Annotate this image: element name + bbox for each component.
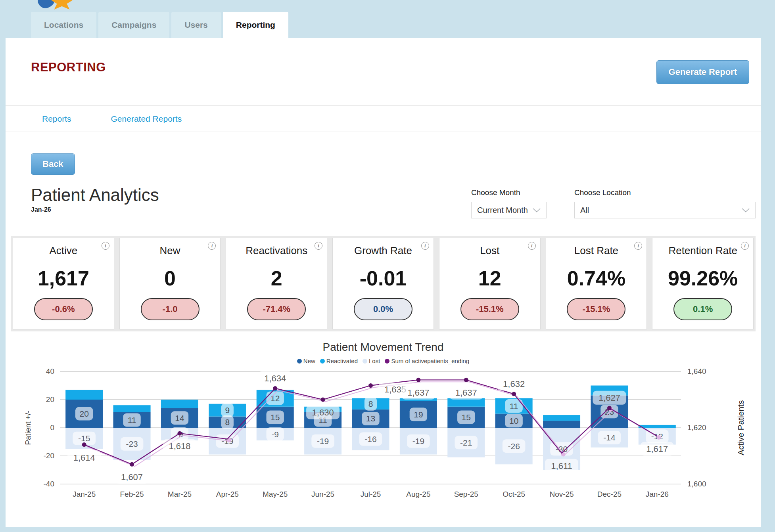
kpi-value: 0 — [120, 266, 221, 290]
tab-campaigns[interactable]: Campaigns — [98, 12, 169, 38]
legend-dot-icon — [297, 359, 302, 364]
app-logo — [38, 0, 74, 10]
kpi-value: 0.74% — [546, 266, 647, 290]
kpi-title: Lost Rate — [546, 245, 647, 257]
kpi-title: Reactivations — [226, 245, 327, 257]
info-icon[interactable]: i — [528, 242, 536, 250]
legend-label: Sum of activepatients_ending — [391, 358, 469, 364]
info-icon[interactable]: i — [421, 242, 429, 250]
svg-text:12: 12 — [270, 394, 280, 403]
main-panel: REPORTING Generate Report ReportsGenerat… — [6, 38, 761, 527]
kpi-delta-badge: -71.4% — [247, 298, 306, 320]
chart-title: Patient Movement Trend — [6, 341, 761, 354]
svg-text:Feb-25: Feb-25 — [120, 490, 144, 498]
svg-text:11: 11 — [128, 415, 136, 425]
page-title: REPORTING — [31, 60, 106, 75]
svg-text:1,640: 1,640 — [687, 367, 706, 375]
report-title: Patient Analytics — [31, 185, 159, 205]
kpi-card-active: Activei1,617-0.6% — [13, 238, 114, 329]
svg-text:Dec-25: Dec-25 — [597, 490, 622, 498]
svg-text:1,632: 1,632 — [503, 379, 525, 389]
svg-text:15: 15 — [270, 413, 280, 422]
info-icon[interactable]: i — [102, 242, 109, 250]
location-select-value: All — [580, 206, 589, 215]
kpi-delta-badge: 0.1% — [673, 298, 732, 320]
generate-report-button[interactable]: Generate Report — [656, 60, 749, 84]
legend-dot-icon — [385, 359, 389, 364]
kpi-delta-badge: -15.1% — [567, 298, 625, 320]
svg-text:May-25: May-25 — [263, 490, 288, 498]
month-filter: Choose Month Current Month — [471, 188, 547, 218]
report-filters: Choose Month Current Month Choose Locati… — [471, 185, 756, 218]
kpi-card-new: Newi0-1.0 — [119, 238, 221, 329]
chart-section: Patient Movement Trend NewReactivatedLos… — [6, 341, 761, 506]
tab-locations[interactable]: Locations — [31, 12, 96, 38]
kpi-card-lost: Losti12-15.1% — [439, 238, 541, 329]
kpi-row: Activei1,617-0.6%Newi0-1.0Reactivationsi… — [11, 236, 756, 331]
svg-text:-19: -19 — [412, 436, 424, 446]
report-subtitle: Jan-26 — [31, 206, 159, 213]
svg-text:1,611: 1,611 — [551, 461, 572, 471]
tab-users[interactable]: Users — [171, 12, 221, 38]
svg-text:-26: -26 — [508, 442, 520, 451]
svg-text:1,630: 1,630 — [312, 408, 334, 417]
info-icon[interactable]: i — [741, 242, 749, 250]
subnav-link-generated-reports[interactable]: Generated Reports — [111, 114, 182, 124]
tab-reporting[interactable]: Reporting — [223, 12, 288, 38]
svg-text:-40: -40 — [44, 480, 54, 488]
legend-item-new[interactable]: New — [297, 358, 315, 364]
legend-item-lost[interactable]: Lost — [363, 358, 380, 364]
logo-orange-star-icon — [51, 0, 73, 10]
kpi-value: 2 — [226, 266, 327, 290]
svg-text:15: 15 — [462, 413, 471, 422]
svg-text:20: 20 — [46, 395, 54, 404]
subnav-link-reports[interactable]: Reports — [42, 114, 71, 124]
svg-text:Nov-25: Nov-25 — [549, 490, 574, 498]
svg-text:19: 19 — [414, 410, 423, 419]
svg-text:1,620: 1,620 — [687, 423, 706, 432]
chevron-down-icon — [533, 208, 541, 212]
svg-text:Apr-25: Apr-25 — [216, 490, 239, 498]
kpi-card-retention-rate: Retention Ratei99.26%0.1% — [652, 238, 754, 329]
svg-text:1,614: 1,614 — [73, 453, 95, 463]
kpi-card-lost-rate: Lost Ratei0.74%-15.1% — [546, 238, 647, 329]
svg-text:1,617: 1,617 — [646, 444, 668, 454]
svg-text:11: 11 — [510, 402, 518, 411]
svg-text:1,607: 1,607 — [121, 472, 143, 482]
kpi-delta-badge: -15.1% — [460, 298, 519, 320]
svg-text:-23: -23 — [126, 439, 138, 448]
kpi-value: 12 — [439, 266, 540, 290]
legend-item-reactivated[interactable]: Reactivated — [320, 358, 358, 364]
legend-item-sum-of-activepatients_ending[interactable]: Sum of activepatients_ending — [385, 358, 469, 364]
patient-movement-chart: 40200-20-401,6401,6201,600Patient +/-Act… — [11, 366, 756, 506]
location-select[interactable]: All — [574, 202, 756, 218]
kpi-delta-badge: -1.0 — [141, 298, 200, 320]
svg-text:Patient +/-: Patient +/- — [24, 410, 32, 445]
report-header: Patient Analytics Jan-26 Choose Month Cu… — [6, 175, 761, 218]
legend-dot-icon — [320, 359, 325, 364]
legend-dot-icon — [363, 359, 367, 364]
svg-text:1,637: 1,637 — [407, 388, 429, 398]
location-filter: Choose Location All — [574, 188, 756, 218]
kpi-delta-badge: 0.0% — [354, 298, 412, 320]
svg-text:14: 14 — [175, 413, 184, 423]
month-select-value: Current Month — [477, 206, 528, 215]
svg-text:-16: -16 — [364, 434, 376, 444]
svg-text:Sep-25: Sep-25 — [454, 490, 478, 498]
page-header: REPORTING Generate Report — [6, 38, 761, 106]
back-button[interactable]: Back — [31, 153, 75, 175]
svg-text:-14: -14 — [603, 433, 616, 442]
svg-text:1,627: 1,627 — [599, 393, 620, 403]
legend-label: Lost — [369, 358, 380, 364]
kpi-title: Active — [13, 245, 114, 257]
svg-text:1,634: 1,634 — [264, 373, 286, 383]
month-select[interactable]: Current Month — [471, 202, 547, 218]
svg-text:9: 9 — [225, 406, 230, 415]
legend-label: New — [303, 358, 315, 364]
svg-text:-9: -9 — [271, 430, 279, 439]
svg-text:1,600: 1,600 — [687, 480, 706, 488]
kpi-value: 99.26% — [652, 266, 753, 290]
svg-text:Jul-25: Jul-25 — [361, 490, 381, 498]
svg-text:8: 8 — [225, 417, 230, 427]
svg-text:Jan-25: Jan-25 — [73, 490, 96, 498]
